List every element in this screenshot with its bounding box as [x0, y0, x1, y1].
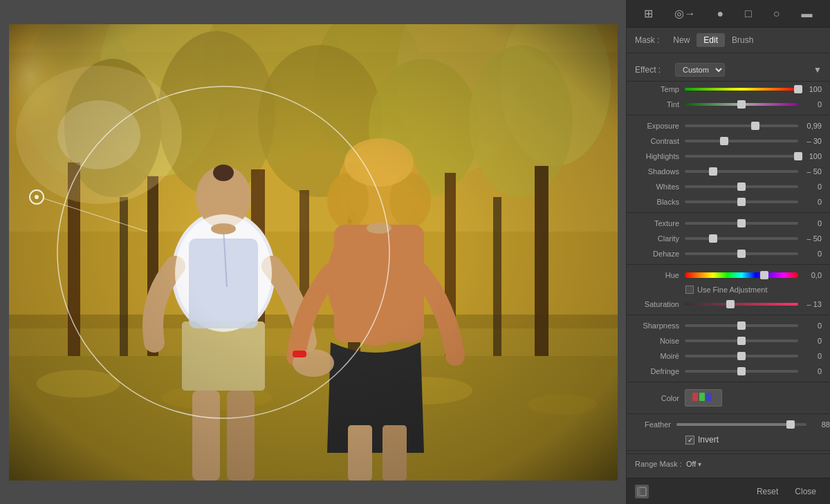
noise-value: 0 — [798, 337, 822, 345]
exposure-slider[interactable] — [685, 124, 798, 127]
highlights-slider-row: Highlights 100 — [627, 149, 830, 164]
noise-slider-row: Noise 0 — [627, 333, 830, 348]
svg-point-59 — [35, 195, 39, 199]
svg-rect-63 — [699, 393, 705, 401]
circle-icon[interactable]: ● — [711, 5, 729, 23]
moire-label: Moiré — [635, 352, 685, 360]
shadows-value: – 50 — [798, 167, 822, 176]
radial-gradient-icon[interactable]: ◎→ — [669, 4, 701, 23]
tint-slider[interactable] — [685, 103, 798, 106]
whites-value: 0 — [798, 183, 822, 191]
square-icon[interactable]: □ — [739, 5, 757, 23]
mask-header: Mask : New Edit Brush — [627, 28, 830, 53]
texture-slider-row: Texture 0 — [627, 216, 830, 231]
highlights-label: Highlights — [635, 152, 685, 160]
mask-new-button[interactable]: New — [666, 33, 697, 47]
moire-slider[interactable] — [685, 355, 798, 357]
clarity-label: Clarity — [635, 234, 685, 243]
range-mask-dropdown-icon[interactable]: ▾ — [698, 460, 701, 468]
temp-label: Temp — [635, 85, 685, 93]
highlights-slider[interactable] — [685, 155, 798, 158]
close-button[interactable]: Close — [789, 484, 822, 499]
temp-slider[interactable] — [685, 88, 798, 91]
exposure-value: 0,99 — [798, 122, 822, 130]
texture-slider[interactable] — [685, 222, 798, 225]
divider-5 — [627, 382, 830, 382]
divider-6 — [627, 413, 830, 414]
dehaze-label: Dehaze — [635, 250, 685, 258]
blacks-slider[interactable] — [685, 200, 798, 203]
mask-brush-button[interactable]: Brush — [725, 33, 760, 47]
tint-value: 0 — [798, 100, 822, 109]
range-mask-label: Range Mask : — [635, 460, 682, 468]
defringe-value: 0 — [798, 367, 822, 375]
fine-adjustment-text: Use Fine Adjustment — [697, 286, 768, 294]
range-mask-row: Range Mask : Off ▾ — [627, 454, 830, 474]
sharpness-value: 0 — [798, 321, 822, 330]
contrast-slider-row: Contrast – 30 — [627, 133, 830, 149]
noise-slider[interactable] — [685, 339, 798, 342]
sharpness-slider-row: Sharpness 0 — [627, 318, 830, 333]
contrast-slider[interactable] — [685, 140, 798, 142]
bottom-bar: Reset Close — [627, 478, 830, 504]
shadows-slider[interactable] — [685, 170, 798, 173]
svg-rect-62 — [692, 393, 698, 401]
invert-checkbox[interactable]: ✓ — [685, 436, 694, 445]
moire-slider-row: Moiré 0 — [627, 348, 830, 364]
svg-rect-56 — [9, 24, 147, 232]
reset-button[interactable]: Reset — [751, 484, 784, 499]
moire-value: 0 — [798, 352, 822, 360]
invert-label: Invert — [698, 435, 719, 445]
panel-content: Effect : Custom ▼ Temp 100 Tint 0 — [627, 53, 830, 478]
sharpness-slider[interactable] — [685, 324, 798, 327]
hue-slider-row: Hue 0,0 — [627, 268, 830, 283]
effect-row: Effect : Custom ▼ — [627, 59, 830, 82]
photo-container — [9, 24, 618, 480]
divider-3 — [627, 264, 830, 265]
mask-edit-button[interactable]: Edit — [697, 33, 725, 47]
svg-rect-64 — [706, 393, 712, 401]
oval-icon[interactable]: ○ — [768, 5, 786, 23]
dehaze-slider[interactable] — [685, 252, 798, 255]
shadows-label: Shadows — [635, 167, 685, 176]
clarity-slider-row: Clarity – 50 — [627, 231, 830, 246]
blacks-slider-row: Blacks 0 — [627, 194, 830, 209]
fine-adjustment-row: Use Fine Adjustment — [627, 283, 830, 297]
dehaze-value: 0 — [798, 250, 822, 258]
range-icon[interactable]: ▬ — [795, 5, 818, 23]
saturation-label: Saturation — [635, 300, 685, 308]
defringe-slider[interactable] — [685, 370, 798, 373]
photo-area — [0, 0, 626, 504]
clarity-value: – 50 — [798, 234, 822, 243]
exposure-label: Exposure — [635, 122, 685, 130]
fine-adjustment-label[interactable]: Use Fine Adjustment — [685, 286, 768, 294]
feather-slider[interactable] — [676, 423, 806, 426]
color-swatch-icon — [691, 391, 716, 402]
whites-slider-row: Whites 0 — [627, 179, 830, 194]
svg-rect-66 — [638, 487, 640, 496]
clarity-slider[interactable] — [685, 237, 798, 240]
divider-4 — [627, 315, 830, 315]
divider-7 — [627, 450, 830, 451]
saturation-value: – 13 — [798, 300, 822, 308]
photo-background — [9, 24, 618, 480]
panel-icon[interactable] — [635, 485, 649, 498]
mask-label: Mask : — [635, 35, 659, 45]
grid-icon[interactable]: ⊞ — [638, 4, 658, 23]
effect-dropdown-icon[interactable]: ▼ — [813, 65, 822, 75]
whites-label: Whites — [635, 183, 685, 191]
hue-value: 0,0 — [798, 271, 822, 279]
effect-select[interactable]: Custom — [675, 63, 725, 77]
hue-slider[interactable] — [685, 272, 798, 278]
temp-slider-row: Temp 100 — [627, 82, 830, 97]
blacks-value: 0 — [798, 198, 822, 206]
color-label: Color — [635, 394, 685, 402]
whites-slider[interactable] — [685, 185, 798, 188]
saturation-slider[interactable] — [685, 303, 798, 306]
effect-label: Effect : — [635, 65, 670, 75]
sharpness-label: Sharpness — [635, 321, 685, 330]
feather-label: Feather — [627, 420, 676, 429]
fine-adjustment-checkbox[interactable] — [685, 286, 694, 294]
color-picker-button[interactable] — [685, 389, 722, 407]
feather-slider-row: Feather 88 — [627, 417, 830, 432]
